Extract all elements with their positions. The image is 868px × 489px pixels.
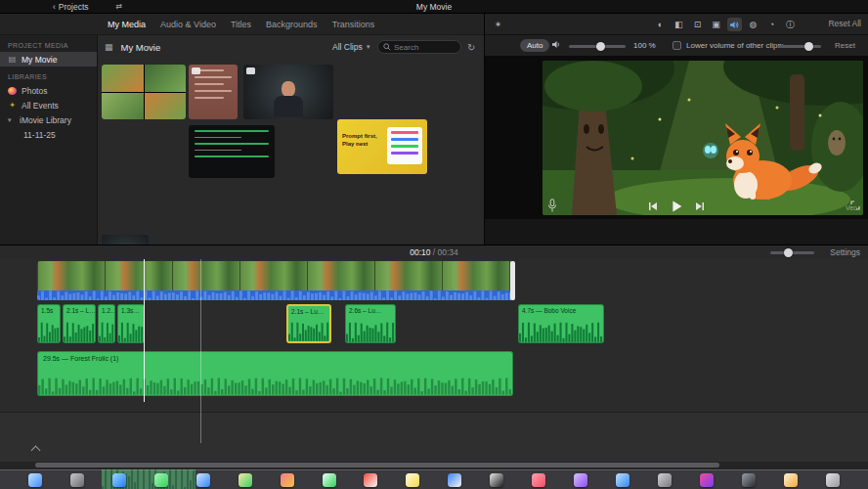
- media-browser: ▦ My Movie All Clips ▼ ↻ Prompt first, P…: [98, 35, 484, 244]
- volume-controls: Auto 100 % Lower volume of other clips: …: [485, 35, 868, 57]
- timeline-audio-clip[interactable]: 1.2…: [98, 304, 115, 343]
- dock-icon-messages[interactable]: [154, 473, 168, 487]
- lower-volume-checkbox[interactable]: [673, 41, 681, 50]
- next-frame-icon[interactable]: [695, 201, 705, 211]
- timeline-audio-clip[interactable]: 1.3s…: [117, 304, 145, 343]
- grid-view-icon[interactable]: ▦: [105, 42, 113, 52]
- timeline-audio-clip[interactable]: 2.1s – Lu…: [286, 304, 331, 343]
- waveform: [38, 322, 60, 342]
- clip-label: 2.6s – Lu…: [346, 305, 395, 316]
- search-field[interactable]: [377, 40, 461, 54]
- trim-handle[interactable]: [510, 261, 515, 300]
- dock-icon-pages[interactable]: [784, 473, 798, 487]
- tab-transitions[interactable]: Transitions: [332, 20, 375, 29]
- dock-icon-safari[interactable]: [112, 473, 126, 487]
- browser-title: My Movie: [121, 42, 161, 53]
- timeline-audio-clip[interactable]: 2.1s – L…: [63, 304, 96, 343]
- dock-icon-photos[interactable]: [281, 473, 294, 487]
- tab-audio-video[interactable]: Audio & Video: [160, 20, 216, 29]
- macos-dock: [0, 469, 868, 489]
- media-thumbnail[interactable]: [102, 65, 186, 119]
- volume-slider[interactable]: [569, 45, 626, 48]
- skimmer-line: [200, 259, 201, 443]
- color-balance-icon[interactable]: ◧: [672, 18, 686, 31]
- color-correction-icon[interactable]: ◐: [653, 18, 668, 31]
- media-thumbnail[interactable]: [189, 65, 238, 119]
- dock-icon-terminal[interactable]: [742, 473, 756, 487]
- waveform: [38, 378, 512, 395]
- dock-icon-mail[interactable]: [196, 473, 210, 487]
- dock-icon-launchpad[interactable]: [70, 473, 84, 487]
- search-input[interactable]: [394, 43, 453, 52]
- timeline-audio-clip[interactable]: 1.5s: [37, 304, 61, 343]
- dock-icon-facetime[interactable]: [323, 473, 336, 487]
- voiceover-mic-icon[interactable]: [547, 199, 557, 213]
- dock-icon-maps[interactable]: [239, 473, 252, 487]
- media-thumbnail[interactable]: [189, 125, 275, 178]
- horizontal-scrollbar[interactable]: [35, 463, 719, 467]
- timeline-body[interactable]: 1.5s2.1s – L…1.2…1.3s…2.1s – Lu…2.6s – L…: [0, 259, 868, 462]
- window-title: My Movie: [0, 2, 868, 12]
- timeline: 00:10 / 00:34 Settings 1.5s2.1s – L…1.2……: [0, 244, 868, 462]
- play-icon[interactable]: [671, 200, 682, 212]
- speaker-icon[interactable]: [551, 40, 562, 49]
- disclosure-chevron-icon[interactable]: ▾: [8, 116, 15, 124]
- sidebar-item-label: Photos: [22, 86, 47, 96]
- background-music-clip[interactable]: 29.5s — Forest Frolic (1): [37, 351, 513, 396]
- previous-frame-icon[interactable]: [648, 201, 658, 211]
- sidebar-item-my-movie[interactable]: ▤ My Movie: [0, 52, 97, 67]
- clip-zoom-slider[interactable]: [770, 251, 814, 254]
- playhead[interactable]: [144, 259, 145, 402]
- stabilization-icon[interactable]: ▣: [709, 18, 723, 31]
- dock-icon-app-store[interactable]: [616, 473, 629, 487]
- tab-titles[interactable]: Titles: [231, 20, 251, 29]
- enhance-wand-icon[interactable]: ✶: [491, 18, 505, 31]
- fullscreen-icon[interactable]: [850, 200, 860, 210]
- sidebar-item-label: iMovie Library: [20, 115, 71, 125]
- browser-header: ▦ My Movie All Clips ▼ ↻: [98, 35, 484, 59]
- adjust-toolbar: ✶ ◐ ◧ ⊡ ▣ ◍ ◔ ⓘ Reset All: [485, 14, 868, 35]
- video-clip-filmstrip[interactable]: [37, 261, 513, 290]
- tab-backgrounds[interactable]: Backgrounds: [266, 20, 318, 29]
- timeline-audio-clip[interactable]: 2.6s – Lu…: [345, 304, 396, 343]
- sidebar-item-imovie-library[interactable]: ▾ iMovie Library: [0, 112, 97, 127]
- dock-icon-trash[interactable]: [826, 473, 840, 487]
- dock-icon-imovie[interactable]: [700, 473, 714, 487]
- clip-label: 1.5s: [38, 305, 60, 316]
- dock-icon-reminders[interactable]: [448, 473, 461, 487]
- media-thumbnail[interactable]: Prompt first, Play next: [337, 119, 427, 174]
- sidebar-item-all-events[interactable]: ✦ All Events: [0, 98, 97, 112]
- video-badge-icon: [246, 67, 255, 74]
- video-audio-track[interactable]: [37, 290, 513, 300]
- volume-icon[interactable]: [727, 18, 742, 31]
- crop-icon[interactable]: ⊡: [690, 18, 705, 31]
- sidebar-item-label: All Events: [22, 101, 59, 111]
- waveform: [64, 322, 95, 342]
- sidebar-item-library-date[interactable]: 11-11-25: [0, 127, 97, 142]
- timeline-settings-button[interactable]: Settings: [830, 247, 860, 257]
- reset-all-button[interactable]: Reset All: [828, 19, 861, 28]
- speed-icon[interactable]: ◔: [764, 18, 779, 31]
- dock-icon-podcasts[interactable]: [574, 473, 587, 487]
- preview-frame: Veo: [542, 61, 863, 215]
- dock-icon-finder[interactable]: [28, 473, 42, 487]
- ducking-slider[interactable]: [778, 45, 821, 48]
- reset-button[interactable]: Reset: [835, 41, 855, 50]
- dock-icon-tv[interactable]: [490, 473, 503, 487]
- tab-my-media[interactable]: My Media: [108, 20, 146, 29]
- dock-icon-calendar[interactable]: [364, 473, 377, 487]
- reimport-icon[interactable]: ↻: [467, 42, 475, 53]
- timeline-audio-clip[interactable]: 4.7s — Bobo Voice: [518, 304, 604, 343]
- fox-forest-scene: [542, 61, 863, 215]
- dock-icon-notes[interactable]: [406, 473, 419, 487]
- sidebar-item-label: 11-11-25: [23, 130, 56, 140]
- info-icon[interactable]: ⓘ: [783, 18, 798, 31]
- auto-button[interactable]: Auto: [520, 39, 549, 52]
- clip-filter-dropdown[interactable]: All Clips ▼: [332, 42, 371, 52]
- media-thumbnail[interactable]: [243, 65, 333, 119]
- dock-icon-system-settings[interactable]: [658, 473, 672, 487]
- dock-icon-music[interactable]: [532, 473, 545, 487]
- noise-reduction-icon[interactable]: ◍: [746, 18, 760, 31]
- sidebar-item-photos[interactable]: Photos: [0, 83, 97, 98]
- timeline-empty-area[interactable]: [0, 412, 868, 462]
